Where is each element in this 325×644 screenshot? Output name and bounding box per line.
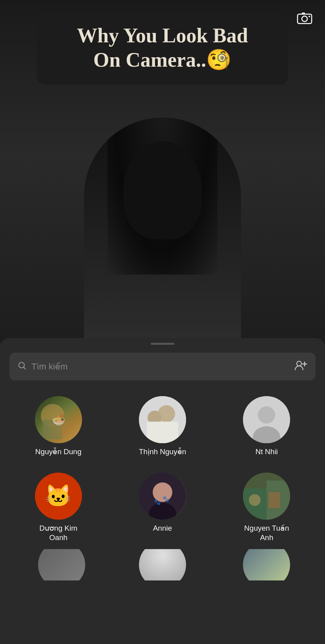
head [123, 141, 202, 239]
search-placeholder: Tìm kiếm [31, 362, 290, 372]
avatar-annie: 🐾 🐾 [139, 473, 186, 520]
svg-point-28 [249, 494, 261, 506]
contact-name: Nguyễn Dung [35, 447, 82, 457]
svg-rect-0 [298, 14, 312, 24]
svg-text:🐾: 🐾 [162, 496, 170, 502]
contact-item[interactable]: 🐾 🐾 Annie [110, 466, 214, 549]
svg-text:🐾: 🐾 [154, 499, 161, 506]
title-card: Why You Look Bad On Camera..🧐 [37, 12, 288, 84]
search-icon [17, 361, 27, 373]
svg-rect-27 [268, 492, 280, 508]
video-title: Why You Look Bad On Camera..🧐 [60, 24, 265, 73]
svg-rect-2 [302, 13, 305, 15]
contacts-grid: 🍜 Nguyễn Dung Thịnh Nguyễn [0, 390, 325, 549]
svg-point-3 [309, 16, 310, 17]
search-bar[interactable]: Tìm kiếm [9, 353, 316, 380]
avatar-duong-kim-oanh: 🐱 [35, 473, 82, 520]
svg-point-6 [297, 361, 301, 366]
svg-point-9 [41, 404, 64, 428]
contact-name: Nt Nhii [256, 447, 278, 457]
avatar-nt-nhii [243, 396, 290, 443]
contact-item[interactable]: Thịnh Nguyễn [110, 390, 214, 463]
svg-line-5 [24, 367, 26, 369]
sheet-handle [151, 343, 174, 345]
partial-contacts-row [0, 549, 325, 580]
contact-name: Annie [153, 524, 172, 533]
contact-item[interactable]: 🐱 Dương Kim Oanh [6, 466, 110, 549]
contact-item[interactable]: 🍜 Nguyễn Dung [6, 390, 110, 463]
avatar-nguyen-tuan-anh [243, 473, 290, 520]
partial-avatar-1 [38, 549, 85, 580]
contact-name: Nguyen Tuấn Anh [244, 524, 289, 543]
contact-name: Thịnh Nguyễn [139, 447, 186, 457]
avatar-nguyen-dung: 🍜 [35, 396, 82, 443]
contact-item[interactable]: Nt Nhii [215, 390, 319, 463]
svg-point-1 [302, 16, 307, 22]
svg-point-17 [258, 406, 275, 424]
partial-avatar-3 [243, 549, 290, 580]
share-bottom-sheet: Tìm kiếm 🍜 Nguyễn Dung [0, 338, 325, 644]
add-people-icon[interactable] [294, 360, 308, 373]
svg-text:🍜: 🍜 [51, 413, 65, 426]
svg-rect-15 [147, 422, 178, 443]
camera-icon[interactable] [297, 11, 312, 29]
partial-avatar-2 [139, 549, 186, 580]
avatar-thinh-nguyen [139, 396, 186, 443]
contact-item[interactable]: Nguyen Tuấn Anh [215, 466, 319, 549]
contact-name: Dương Kim Oanh [39, 524, 77, 543]
background-content: Why You Look Bad On Camera..🧐 [0, 0, 325, 392]
svg-rect-10 [43, 420, 62, 439]
